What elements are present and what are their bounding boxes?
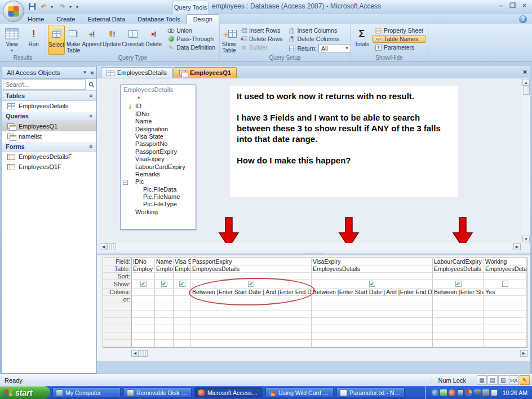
tab-external-data[interactable]: External Data xyxy=(81,15,131,24)
make-table-button[interactable]: ! Make Table xyxy=(66,25,81,55)
undo-dropdown-icon[interactable]: ▾ xyxy=(51,5,56,10)
nav-item-employeesq1f[interactable]: EmployeesQ1F xyxy=(2,162,96,172)
scroll-up-icon[interactable]: ▲ xyxy=(522,79,530,86)
field-item-visa-state[interactable]: Visa State xyxy=(121,133,196,140)
return-combobox[interactable]: All ▼ xyxy=(318,44,351,52)
design-horizontal-scrollbar[interactable]: ◀ ▶ xyxy=(100,243,521,250)
field-item-labourcardexpiry[interactable]: LabourCardExpiry xyxy=(121,163,196,171)
scroll-down-icon[interactable]: ▼ xyxy=(522,236,530,242)
update-button[interactable]: ✎! Update xyxy=(103,25,121,55)
select-query-button[interactable]: Select xyxy=(48,25,65,55)
field-list-title[interactable]: EmployeesDetails xyxy=(121,85,196,95)
design-view-button[interactable]: ✎ xyxy=(520,375,530,385)
nav-item-employeesdetails-table[interactable]: EmployeesDetails xyxy=(2,101,96,111)
scrollbar-thumb[interactable] xyxy=(107,243,116,250)
sort-cell[interactable] xyxy=(191,273,312,280)
table-cell[interactable]: EmployeesDetails xyxy=(484,265,527,273)
sort-cell[interactable] xyxy=(433,273,484,280)
show-checkbox[interactable] xyxy=(248,281,254,287)
field-cell[interactable]: Name xyxy=(155,258,174,265)
criteria-cell[interactable] xyxy=(155,289,174,296)
or-cell[interactable] xyxy=(191,296,312,303)
or-cell[interactable] xyxy=(132,296,155,303)
show-checkbox[interactable] xyxy=(140,281,147,287)
pass-through-button[interactable]: Pass-Through xyxy=(165,35,218,43)
redo-dropdown-icon[interactable]: ▾ xyxy=(69,5,74,10)
sort-cell[interactable] xyxy=(312,273,433,280)
insert-rows-button[interactable]: Insert Rows xyxy=(238,26,285,34)
field-item-name[interactable]: Name xyxy=(121,118,196,125)
field-item-star[interactable]: * xyxy=(121,95,196,103)
tab-database-tools[interactable]: Database Tools xyxy=(131,15,187,24)
nav-menu-dropdown-icon[interactable]: ▼ xyxy=(79,70,90,75)
show-checkbox[interactable] xyxy=(369,281,375,287)
qat-customize-icon[interactable]: ▾ xyxy=(76,5,81,10)
datasheet-view-button[interactable]: ▦ xyxy=(477,375,487,385)
field-cell[interactable]: IDNo xyxy=(132,258,155,265)
tray-media-icon[interactable] xyxy=(466,389,472,396)
tray-display-icon[interactable] xyxy=(457,389,464,396)
tab-home[interactable]: Home xyxy=(21,15,50,24)
table-cell[interactable]: Emplo xyxy=(155,265,174,273)
field-cell[interactable]: LabourCardExpiry xyxy=(433,258,484,265)
nav-item-namelist[interactable]: namelist xyxy=(2,131,96,141)
parameters-button[interactable]: ? Parameters xyxy=(373,43,425,51)
criteria-cell[interactable] xyxy=(132,289,155,296)
restore-button[interactable]: ❐ xyxy=(509,2,516,10)
field-item-pic[interactable]: − Pic xyxy=(121,178,196,185)
append-button[interactable]: +! Append xyxy=(82,25,101,55)
tray-usb-icon[interactable] xyxy=(482,389,489,396)
doc-tab-employeesdetails[interactable]: EmployeesDetails xyxy=(101,67,172,78)
or-cell[interactable] xyxy=(155,296,174,303)
sort-cell[interactable] xyxy=(484,273,527,280)
show-checkbox[interactable] xyxy=(161,281,167,287)
nav-section-queries[interactable]: Queries « xyxy=(2,111,96,121)
criteria-cell[interactable] xyxy=(174,289,191,296)
data-definition-button[interactable]: ✎ Data Definition xyxy=(165,43,218,51)
grid-horizontal-scrollbar[interactable]: ◀ ▶ xyxy=(131,349,527,357)
field-cell[interactable]: Visa Sta xyxy=(174,258,191,265)
scrollbar-thumb[interactable] xyxy=(139,350,148,357)
field-item-designation[interactable]: Designation xyxy=(121,126,196,133)
show-checkbox[interactable] xyxy=(502,281,508,287)
table-cell[interactable]: EmployeesDetails xyxy=(312,265,433,273)
scroll-right-icon[interactable]: ▶ xyxy=(520,350,527,357)
taskbar-item-notepad[interactable]: Parameter.txt - Note... xyxy=(336,387,405,398)
or-cell[interactable] xyxy=(312,296,433,303)
scrollbar-thumb[interactable] xyxy=(523,86,530,95)
insert-columns-button[interactable]: Insert Columns xyxy=(286,26,353,34)
nav-item-employeesdetailsf[interactable]: EmployeesDetailsF xyxy=(2,152,96,162)
criteria-cell[interactable]: Between [Enter Start Date:] And [Enter E… xyxy=(191,289,312,296)
taskbar-item-browser[interactable]: Using Wild Card Entri... xyxy=(265,387,334,398)
nav-pane-header[interactable]: All Access Objects ▼ « xyxy=(2,66,96,79)
field-cell[interactable]: PassportExpiry xyxy=(191,258,312,265)
doc-tab-employeesq1[interactable]: EmployeesQ1 xyxy=(174,67,237,78)
scroll-left-icon[interactable]: ◀ xyxy=(131,350,139,357)
document-close-icon[interactable]: × xyxy=(523,68,527,76)
view-button[interactable]: View ▾ xyxy=(2,25,23,55)
nav-section-forms[interactable]: Forms « xyxy=(2,141,96,152)
criteria-cell[interactable]: Between [Enter Start I xyxy=(433,289,484,296)
run-button[interactable]: ! Run xyxy=(24,25,45,55)
sql-view-button[interactable]: SQL xyxy=(509,375,519,385)
tray-alert-icon[interactable] xyxy=(449,389,455,396)
hide-icons-icon[interactable]: ‹ xyxy=(432,389,438,396)
table-names-button[interactable]: xyz Table Names xyxy=(373,35,425,43)
sort-cell[interactable] xyxy=(174,273,191,280)
field-cell[interactable]: Working xyxy=(484,258,527,265)
field-item-idno[interactable]: IDNo xyxy=(121,110,196,118)
close-button[interactable]: × xyxy=(522,2,526,10)
field-item-pic-filename[interactable]: Pic.FileName xyxy=(121,193,196,201)
search-input[interactable] xyxy=(3,79,86,90)
field-cell[interactable]: VisaExpiry xyxy=(312,258,433,265)
table-cell[interactable]: Employ xyxy=(132,265,155,273)
office-button[interactable] xyxy=(3,1,24,22)
taskbar-item-my-computer[interactable]: My Computer xyxy=(52,387,121,398)
property-sheet-button[interactable]: Property Sheet xyxy=(373,26,425,34)
or-cell[interactable] xyxy=(484,296,527,303)
redo-icon[interactable]: ↷ xyxy=(57,2,68,12)
undo-icon[interactable]: ↶ xyxy=(39,2,49,12)
field-item-working[interactable]: Working xyxy=(121,209,196,216)
or-cell[interactable] xyxy=(433,296,484,303)
field-item-pic-filetype[interactable]: Pic.FileType xyxy=(121,201,196,208)
